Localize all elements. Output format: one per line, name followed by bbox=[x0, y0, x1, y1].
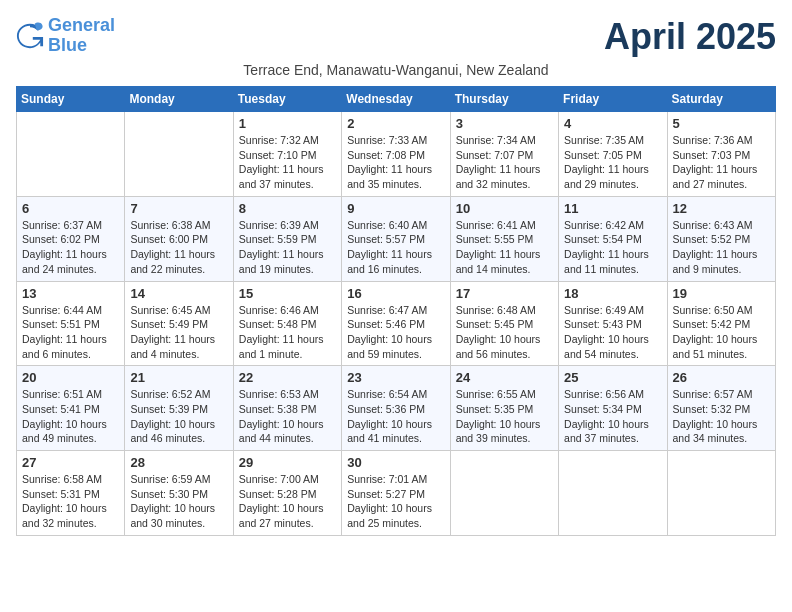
day-cell: 21Sunrise: 6:52 AMSunset: 5:39 PMDayligh… bbox=[125, 366, 233, 451]
day-info: Sunrise: 7:00 AMSunset: 5:28 PMDaylight:… bbox=[239, 472, 336, 531]
day-cell: 6Sunrise: 6:37 AMSunset: 6:02 PMDaylight… bbox=[17, 196, 125, 281]
day-info: Sunrise: 6:52 AMSunset: 5:39 PMDaylight:… bbox=[130, 387, 227, 446]
day-cell: 26Sunrise: 6:57 AMSunset: 5:32 PMDayligh… bbox=[667, 366, 775, 451]
day-number: 4 bbox=[564, 116, 661, 131]
day-cell: 24Sunrise: 6:55 AMSunset: 5:35 PMDayligh… bbox=[450, 366, 558, 451]
day-info: Sunrise: 7:35 AMSunset: 7:05 PMDaylight:… bbox=[564, 133, 661, 192]
day-info: Sunrise: 6:46 AMSunset: 5:48 PMDaylight:… bbox=[239, 303, 336, 362]
day-cell: 15Sunrise: 6:46 AMSunset: 5:48 PMDayligh… bbox=[233, 281, 341, 366]
day-cell: 19Sunrise: 6:50 AMSunset: 5:42 PMDayligh… bbox=[667, 281, 775, 366]
day-cell: 17Sunrise: 6:48 AMSunset: 5:45 PMDayligh… bbox=[450, 281, 558, 366]
day-info: Sunrise: 7:32 AMSunset: 7:10 PMDaylight:… bbox=[239, 133, 336, 192]
day-number: 15 bbox=[239, 286, 336, 301]
day-cell: 29Sunrise: 7:00 AMSunset: 5:28 PMDayligh… bbox=[233, 451, 341, 536]
day-info: Sunrise: 6:40 AMSunset: 5:57 PMDaylight:… bbox=[347, 218, 444, 277]
day-number: 30 bbox=[347, 455, 444, 470]
day-number: 20 bbox=[22, 370, 119, 385]
day-number: 25 bbox=[564, 370, 661, 385]
day-info: Sunrise: 6:44 AMSunset: 5:51 PMDaylight:… bbox=[22, 303, 119, 362]
general-blue-logo-icon bbox=[16, 22, 44, 50]
day-info: Sunrise: 6:55 AMSunset: 5:35 PMDaylight:… bbox=[456, 387, 553, 446]
day-cell: 7Sunrise: 6:38 AMSunset: 6:00 PMDaylight… bbox=[125, 196, 233, 281]
day-info: Sunrise: 6:41 AMSunset: 5:55 PMDaylight:… bbox=[456, 218, 553, 277]
day-header-sunday: Sunday bbox=[17, 87, 125, 112]
day-number: 7 bbox=[130, 201, 227, 216]
day-info: Sunrise: 6:56 AMSunset: 5:34 PMDaylight:… bbox=[564, 387, 661, 446]
week-row-2: 6Sunrise: 6:37 AMSunset: 6:02 PMDaylight… bbox=[17, 196, 776, 281]
week-row-4: 20Sunrise: 6:51 AMSunset: 5:41 PMDayligh… bbox=[17, 366, 776, 451]
day-cell: 30Sunrise: 7:01 AMSunset: 5:27 PMDayligh… bbox=[342, 451, 450, 536]
day-cell bbox=[17, 112, 125, 197]
day-info: Sunrise: 7:34 AMSunset: 7:07 PMDaylight:… bbox=[456, 133, 553, 192]
logo-text: General Blue bbox=[48, 16, 115, 56]
day-info: Sunrise: 6:39 AMSunset: 5:59 PMDaylight:… bbox=[239, 218, 336, 277]
day-info: Sunrise: 6:45 AMSunset: 5:49 PMDaylight:… bbox=[130, 303, 227, 362]
day-number: 22 bbox=[239, 370, 336, 385]
day-cell bbox=[125, 112, 233, 197]
day-number: 16 bbox=[347, 286, 444, 301]
day-info: Sunrise: 6:43 AMSunset: 5:52 PMDaylight:… bbox=[673, 218, 770, 277]
day-number: 17 bbox=[456, 286, 553, 301]
day-info: Sunrise: 6:53 AMSunset: 5:38 PMDaylight:… bbox=[239, 387, 336, 446]
day-info: Sunrise: 6:59 AMSunset: 5:30 PMDaylight:… bbox=[130, 472, 227, 531]
day-cell: 1Sunrise: 7:32 AMSunset: 7:10 PMDaylight… bbox=[233, 112, 341, 197]
day-info: Sunrise: 6:58 AMSunset: 5:31 PMDaylight:… bbox=[22, 472, 119, 531]
day-info: Sunrise: 6:42 AMSunset: 5:54 PMDaylight:… bbox=[564, 218, 661, 277]
day-info: Sunrise: 7:01 AMSunset: 5:27 PMDaylight:… bbox=[347, 472, 444, 531]
day-info: Sunrise: 6:57 AMSunset: 5:32 PMDaylight:… bbox=[673, 387, 770, 446]
day-cell: 3Sunrise: 7:34 AMSunset: 7:07 PMDaylight… bbox=[450, 112, 558, 197]
week-row-3: 13Sunrise: 6:44 AMSunset: 5:51 PMDayligh… bbox=[17, 281, 776, 366]
day-header-friday: Friday bbox=[559, 87, 667, 112]
day-cell: 20Sunrise: 6:51 AMSunset: 5:41 PMDayligh… bbox=[17, 366, 125, 451]
day-header-thursday: Thursday bbox=[450, 87, 558, 112]
day-cell: 8Sunrise: 6:39 AMSunset: 5:59 PMDaylight… bbox=[233, 196, 341, 281]
day-cell: 27Sunrise: 6:58 AMSunset: 5:31 PMDayligh… bbox=[17, 451, 125, 536]
day-cell: 18Sunrise: 6:49 AMSunset: 5:43 PMDayligh… bbox=[559, 281, 667, 366]
day-number: 8 bbox=[239, 201, 336, 216]
day-number: 14 bbox=[130, 286, 227, 301]
day-cell: 11Sunrise: 6:42 AMSunset: 5:54 PMDayligh… bbox=[559, 196, 667, 281]
day-header-saturday: Saturday bbox=[667, 87, 775, 112]
day-number: 9 bbox=[347, 201, 444, 216]
day-number: 23 bbox=[347, 370, 444, 385]
days-header-row: SundayMondayTuesdayWednesdayThursdayFrid… bbox=[17, 87, 776, 112]
logo: General Blue bbox=[16, 16, 115, 56]
day-cell: 13Sunrise: 6:44 AMSunset: 5:51 PMDayligh… bbox=[17, 281, 125, 366]
day-cell: 16Sunrise: 6:47 AMSunset: 5:46 PMDayligh… bbox=[342, 281, 450, 366]
day-cell: 5Sunrise: 7:36 AMSunset: 7:03 PMDaylight… bbox=[667, 112, 775, 197]
day-number: 24 bbox=[456, 370, 553, 385]
day-cell: 9Sunrise: 6:40 AMSunset: 5:57 PMDaylight… bbox=[342, 196, 450, 281]
page-header: General Blue April 2025 bbox=[16, 16, 776, 58]
day-number: 6 bbox=[22, 201, 119, 216]
day-header-tuesday: Tuesday bbox=[233, 87, 341, 112]
day-cell bbox=[667, 451, 775, 536]
day-cell: 28Sunrise: 6:59 AMSunset: 5:30 PMDayligh… bbox=[125, 451, 233, 536]
day-cell: 22Sunrise: 6:53 AMSunset: 5:38 PMDayligh… bbox=[233, 366, 341, 451]
day-number: 1 bbox=[239, 116, 336, 131]
day-number: 10 bbox=[456, 201, 553, 216]
week-row-1: 1Sunrise: 7:32 AMSunset: 7:10 PMDaylight… bbox=[17, 112, 776, 197]
week-row-5: 27Sunrise: 6:58 AMSunset: 5:31 PMDayligh… bbox=[17, 451, 776, 536]
day-info: Sunrise: 6:49 AMSunset: 5:43 PMDaylight:… bbox=[564, 303, 661, 362]
day-cell: 25Sunrise: 6:56 AMSunset: 5:34 PMDayligh… bbox=[559, 366, 667, 451]
calendar-table: SundayMondayTuesdayWednesdayThursdayFrid… bbox=[16, 86, 776, 536]
month-title: April 2025 bbox=[604, 16, 776, 58]
day-cell: 10Sunrise: 6:41 AMSunset: 5:55 PMDayligh… bbox=[450, 196, 558, 281]
day-info: Sunrise: 6:38 AMSunset: 6:00 PMDaylight:… bbox=[130, 218, 227, 277]
day-info: Sunrise: 6:51 AMSunset: 5:41 PMDaylight:… bbox=[22, 387, 119, 446]
day-number: 18 bbox=[564, 286, 661, 301]
day-number: 26 bbox=[673, 370, 770, 385]
day-info: Sunrise: 7:36 AMSunset: 7:03 PMDaylight:… bbox=[673, 133, 770, 192]
day-info: Sunrise: 6:47 AMSunset: 5:46 PMDaylight:… bbox=[347, 303, 444, 362]
day-info: Sunrise: 6:50 AMSunset: 5:42 PMDaylight:… bbox=[673, 303, 770, 362]
day-header-monday: Monday bbox=[125, 87, 233, 112]
day-number: 3 bbox=[456, 116, 553, 131]
day-cell: 14Sunrise: 6:45 AMSunset: 5:49 PMDayligh… bbox=[125, 281, 233, 366]
day-number: 2 bbox=[347, 116, 444, 131]
day-cell bbox=[450, 451, 558, 536]
day-number: 11 bbox=[564, 201, 661, 216]
day-cell: 2Sunrise: 7:33 AMSunset: 7:08 PMDaylight… bbox=[342, 112, 450, 197]
day-cell bbox=[559, 451, 667, 536]
day-info: Sunrise: 6:54 AMSunset: 5:36 PMDaylight:… bbox=[347, 387, 444, 446]
day-number: 29 bbox=[239, 455, 336, 470]
